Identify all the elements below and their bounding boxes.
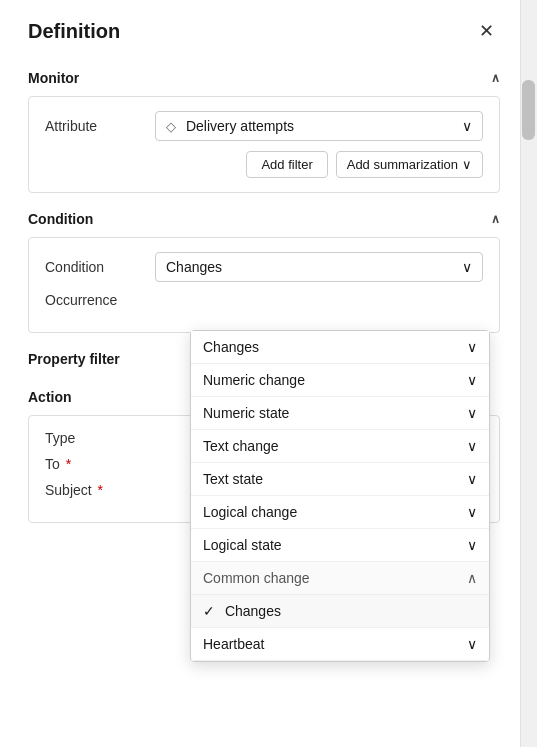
action-title: Action [28,389,72,405]
to-required: * [66,456,71,472]
text-state-label: Text state [203,471,263,487]
type-label: Type [45,430,155,446]
dropdown-item-logical-state[interactable]: Logical state ∨ [191,529,489,562]
text-state-chevron-icon: ∨ [467,471,477,487]
filter-btn-row: Add filter Add summarization ∨ [45,151,483,178]
condition-section-header[interactable]: Condition ∧ [28,199,500,237]
panel-header: Definition ✕ [0,0,520,58]
monitor-section: Monitor ∧ Attribute ◇ Delivery attempts … [0,58,520,193]
to-label: To * [45,456,155,472]
condition-section: Condition ∧ Condition Changes ∨ Occurren… [0,199,520,333]
condition-dropdown[interactable]: Changes ∨ [155,252,483,282]
monitor-section-header[interactable]: Monitor ∧ [28,58,500,96]
monitor-box: Attribute ◇ Delivery attempts ∨ Add filt… [28,96,500,193]
dropdown-chevron-icon: ∨ [467,339,477,355]
common-change-label: Common change [203,570,310,586]
occurrence-row: Occurrence [45,292,483,308]
monitor-title: Monitor [28,70,79,86]
condition-row: Condition Changes ∨ [45,252,483,282]
dropdown-item-numeric-change[interactable]: Numeric change ∨ [191,364,489,397]
attribute-value: Delivery attempts [186,118,294,134]
dropdown-item-text-state[interactable]: Text state ∨ [191,463,489,496]
numeric-state-label: Numeric state [203,405,289,421]
condition-chevron-icon: ∨ [462,259,472,275]
add-summarization-label: Add summarization [347,157,458,172]
property-filter-title: Property filter [28,351,120,367]
definition-panel: Definition ✕ Monitor ∧ Attribute ◇ Deliv… [0,0,520,747]
dropdown-item-text-change[interactable]: Text change ∨ [191,430,489,463]
condition-box: Condition Changes ∨ Occurrence [28,237,500,333]
numeric-state-chevron-icon: ∨ [467,405,477,421]
numeric-change-label: Numeric change [203,372,305,388]
changes-label: Changes [225,603,281,619]
logical-change-label: Logical change [203,504,297,520]
condition-value: Changes [166,259,222,275]
dropdown-item-heartbeat[interactable]: Heartbeat ∨ [191,628,489,661]
condition-title: Condition [28,211,93,227]
diamond-icon: ◇ [166,119,176,134]
text-change-label: Text change [203,438,279,454]
scrollbar-track [520,0,537,747]
numeric-change-chevron-icon: ∨ [467,372,477,388]
common-change-chevron-icon: ∧ [467,570,477,586]
dropdown-item-logical-change[interactable]: Logical change ∨ [191,496,489,529]
heartbeat-chevron-icon: ∨ [467,636,477,652]
panel-title: Definition [28,20,120,43]
dropdown-group-common-change[interactable]: Common change ∧ [191,562,489,595]
attribute-dropdown[interactable]: ◇ Delivery attempts ∨ [155,111,483,141]
condition-dropdown-menu: Changes ∨ Numeric change ∨ Numeric state… [190,330,490,662]
summarization-chevron-icon: ∨ [462,157,472,172]
scrollbar-thumb[interactable] [522,80,535,140]
heartbeat-label: Heartbeat [203,636,264,652]
text-change-chevron-icon: ∨ [467,438,477,454]
dropdown-item-changes[interactable]: ✓ Changes [191,595,489,628]
condition-label: Condition [45,259,155,275]
logical-change-chevron-icon: ∨ [467,504,477,520]
dropdown-selected-value: Changes [203,339,259,355]
logical-state-label: Logical state [203,537,282,553]
occurrence-label: Occurrence [45,292,155,308]
close-button[interactable]: ✕ [473,18,500,44]
monitor-chevron-icon: ∧ [491,71,500,85]
add-summarization-button[interactable]: Add summarization ∨ [336,151,483,178]
attribute-chevron-icon: ∨ [462,118,472,134]
attribute-row: Attribute ◇ Delivery attempts ∨ [45,111,483,141]
changes-check-icon: ✓ [203,603,215,619]
attribute-label: Attribute [45,118,155,134]
subject-required: * [98,482,103,498]
dropdown-selected-row[interactable]: Changes ∨ [191,331,489,364]
add-filter-button[interactable]: Add filter [246,151,327,178]
condition-chevron-icon: ∧ [491,212,500,226]
dropdown-item-numeric-state[interactable]: Numeric state ∨ [191,397,489,430]
subject-label: Subject * [45,482,155,498]
logical-state-chevron-icon: ∨ [467,537,477,553]
